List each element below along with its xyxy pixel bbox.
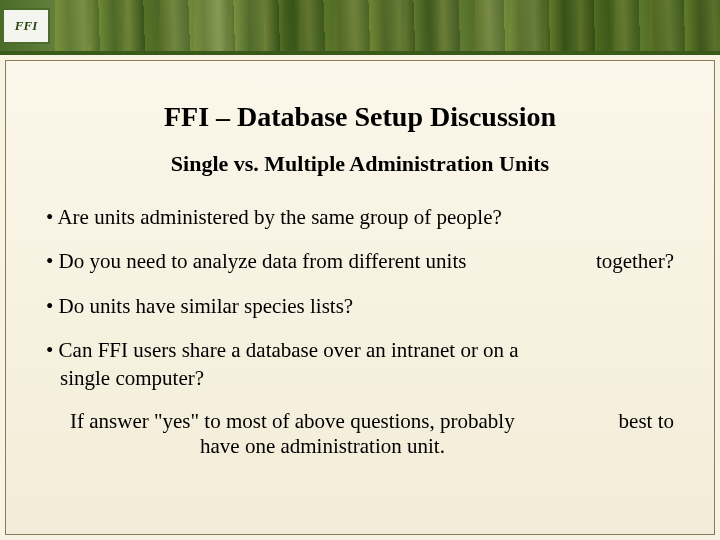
slide-content: FFI – Database Setup Discussion Single v… bbox=[5, 60, 715, 535]
bullet-text: • Can FFI users share a database over an… bbox=[46, 336, 519, 393]
bullet-text: • Are units administered by the same gro… bbox=[46, 203, 502, 231]
bullet-trail: together? bbox=[566, 247, 674, 275]
conclusion-trail: best to bbox=[599, 409, 674, 434]
slide-subtitle: Single vs. Multiple Administration Units bbox=[46, 151, 674, 177]
slide-title: FFI – Database Setup Discussion bbox=[46, 101, 674, 133]
conclusion: If answer "yes" to most of above questio… bbox=[46, 409, 674, 459]
header-banner: FFI bbox=[0, 0, 720, 55]
bullet-item: • Can FFI users share a database over an… bbox=[46, 336, 674, 393]
ffi-logo: FFI bbox=[2, 8, 50, 44]
conclusion-text: If answer "yes" to most of above questio… bbox=[70, 409, 515, 459]
bullet-item: • Do you need to analyze data from diffe… bbox=[46, 247, 674, 275]
bullet-item: • Are units administered by the same gro… bbox=[46, 203, 674, 231]
bullet-item: • Do units have similar species lists? bbox=[46, 292, 674, 320]
bullet-text: • Do you need to analyze data from diffe… bbox=[46, 247, 466, 275]
banner-texture bbox=[55, 0, 720, 51]
logo-text: FFI bbox=[15, 18, 37, 34]
bullet-list: • Are units administered by the same gro… bbox=[46, 203, 674, 393]
bullet-text: • Do units have similar species lists? bbox=[46, 292, 353, 320]
